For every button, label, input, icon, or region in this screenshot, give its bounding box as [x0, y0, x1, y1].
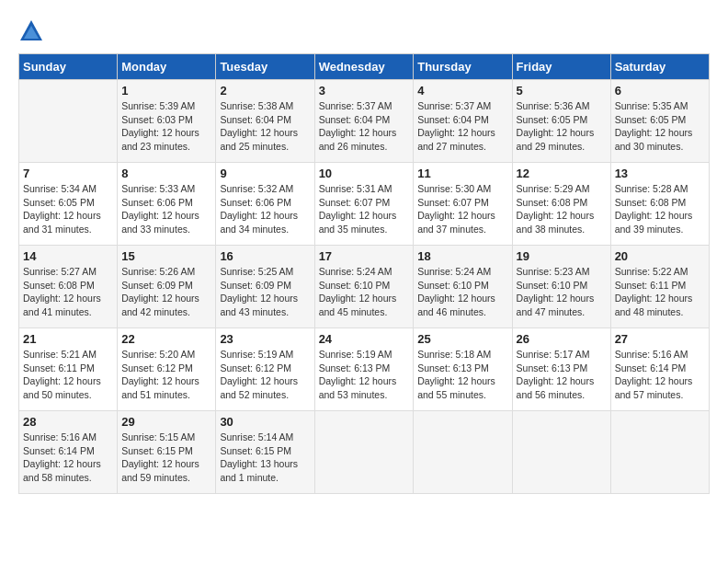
logo-icon [18, 18, 44, 44]
calendar-cell: 6Sunrise: 5:35 AMSunset: 6:05 PMDaylight… [610, 80, 709, 163]
day-number: 25 [417, 332, 507, 346]
calendar-cell: 26Sunrise: 5:17 AMSunset: 6:13 PMDayligh… [512, 328, 610, 411]
day-detail: Sunrise: 5:32 AMSunset: 6:06 PMDaylight:… [220, 182, 310, 236]
day-detail: Sunrise: 5:30 AMSunset: 6:07 PMDaylight:… [417, 182, 507, 236]
calendar-cell [610, 411, 709, 494]
day-number: 3 [319, 84, 410, 98]
calendar-cell: 5Sunrise: 5:36 AMSunset: 6:05 PMDaylight… [512, 80, 610, 163]
logo [18, 18, 48, 44]
day-number: 15 [121, 249, 211, 263]
day-detail: Sunrise: 5:29 AMSunset: 6:08 PMDaylight:… [517, 182, 607, 236]
calendar-cell: 10Sunrise: 5:31 AMSunset: 6:07 PMDayligh… [314, 163, 414, 246]
day-number: 6 [615, 84, 705, 98]
calendar-cell: 22Sunrise: 5:20 AMSunset: 6:12 PMDayligh… [118, 328, 216, 411]
day-detail: Sunrise: 5:24 AMSunset: 6:10 PMDaylight:… [319, 265, 410, 319]
day-detail: Sunrise: 5:23 AMSunset: 6:10 PMDaylight:… [517, 265, 607, 319]
day-detail: Sunrise: 5:22 AMSunset: 6:11 PMDaylight:… [615, 265, 705, 319]
day-detail: Sunrise: 5:31 AMSunset: 6:07 PMDaylight:… [319, 182, 410, 236]
day-number: 18 [417, 249, 507, 263]
calendar-table: SundayMondayTuesdayWednesdayThursdayFrid… [18, 53, 710, 494]
calendar-cell: 21Sunrise: 5:21 AMSunset: 6:11 PMDayligh… [19, 328, 118, 411]
day-number: 12 [517, 167, 607, 180]
day-detail: Sunrise: 5:33 AMSunset: 6:06 PMDaylight:… [121, 182, 211, 236]
calendar-week-row: 28Sunrise: 5:16 AMSunset: 6:14 PMDayligh… [19, 411, 710, 494]
day-number: 17 [319, 249, 410, 263]
calendar-cell: 8Sunrise: 5:33 AMSunset: 6:06 PMDaylight… [118, 163, 216, 246]
calendar-cell: 3Sunrise: 5:37 AMSunset: 6:04 PMDaylight… [314, 80, 414, 163]
calendar-cell: 29Sunrise: 5:15 AMSunset: 6:15 PMDayligh… [118, 411, 216, 494]
calendar-cell: 23Sunrise: 5:19 AMSunset: 6:12 PMDayligh… [216, 328, 314, 411]
calendar-cell [414, 411, 512, 494]
calendar-cell: 20Sunrise: 5:22 AMSunset: 6:11 PMDayligh… [610, 246, 709, 328]
calendar-cell: 4Sunrise: 5:37 AMSunset: 6:04 PMDaylight… [414, 80, 512, 163]
calendar-cell: 14Sunrise: 5:27 AMSunset: 6:08 PMDayligh… [19, 246, 118, 328]
page-header [18, 18, 710, 44]
day-number: 2 [220, 84, 310, 98]
column-header-monday: Monday [118, 54, 216, 80]
calendar-cell: 7Sunrise: 5:34 AMSunset: 6:05 PMDaylight… [19, 163, 118, 246]
day-detail: Sunrise: 5:39 AMSunset: 6:03 PMDaylight:… [121, 99, 211, 154]
column-header-friday: Friday [512, 54, 610, 80]
day-number: 30 [220, 415, 310, 429]
column-header-wednesday: Wednesday [314, 54, 414, 80]
day-number: 13 [615, 167, 705, 180]
day-detail: Sunrise: 5:36 AMSunset: 6:05 PMDaylight:… [517, 99, 607, 154]
day-number: 1 [121, 84, 211, 98]
day-number: 9 [220, 167, 310, 180]
day-number: 23 [220, 332, 310, 346]
calendar-cell: 1Sunrise: 5:39 AMSunset: 6:03 PMDaylight… [118, 80, 216, 163]
day-detail: Sunrise: 5:25 AMSunset: 6:09 PMDaylight:… [220, 265, 310, 319]
calendar-week-row: 14Sunrise: 5:27 AMSunset: 6:08 PMDayligh… [19, 246, 710, 328]
calendar-cell: 11Sunrise: 5:30 AMSunset: 6:07 PMDayligh… [414, 163, 512, 246]
calendar-cell: 18Sunrise: 5:24 AMSunset: 6:10 PMDayligh… [414, 246, 512, 328]
day-number: 7 [23, 167, 113, 180]
day-detail: Sunrise: 5:18 AMSunset: 6:13 PMDaylight:… [417, 348, 507, 402]
day-number: 26 [517, 332, 607, 346]
calendar-cell [314, 411, 414, 494]
calendar-cell: 12Sunrise: 5:29 AMSunset: 6:08 PMDayligh… [512, 163, 610, 246]
day-number: 29 [121, 415, 211, 429]
day-detail: Sunrise: 5:17 AMSunset: 6:13 PMDaylight:… [517, 348, 607, 402]
day-detail: Sunrise: 5:16 AMSunset: 6:14 PMDaylight:… [615, 348, 705, 402]
day-detail: Sunrise: 5:14 AMSunset: 6:15 PMDaylight:… [220, 431, 310, 485]
day-detail: Sunrise: 5:21 AMSunset: 6:11 PMDaylight:… [23, 348, 113, 402]
column-header-saturday: Saturday [610, 54, 709, 80]
day-number: 8 [121, 167, 211, 180]
day-number: 28 [23, 415, 113, 429]
calendar-cell: 9Sunrise: 5:32 AMSunset: 6:06 PMDaylight… [216, 163, 314, 246]
day-detail: Sunrise: 5:35 AMSunset: 6:05 PMDaylight:… [615, 99, 705, 154]
calendar-cell: 19Sunrise: 5:23 AMSunset: 6:10 PMDayligh… [512, 246, 610, 328]
day-detail: Sunrise: 5:15 AMSunset: 6:15 PMDaylight:… [121, 431, 211, 485]
day-detail: Sunrise: 5:28 AMSunset: 6:08 PMDaylight:… [615, 182, 705, 236]
calendar-cell: 27Sunrise: 5:16 AMSunset: 6:14 PMDayligh… [610, 328, 709, 411]
day-detail: Sunrise: 5:34 AMSunset: 6:05 PMDaylight:… [23, 182, 113, 236]
calendar-week-row: 7Sunrise: 5:34 AMSunset: 6:05 PMDaylight… [19, 163, 710, 246]
day-number: 27 [615, 332, 705, 346]
day-number: 22 [121, 332, 211, 346]
day-number: 24 [319, 332, 410, 346]
day-number: 19 [517, 249, 607, 263]
day-detail: Sunrise: 5:38 AMSunset: 6:04 PMDaylight:… [220, 99, 310, 154]
calendar-week-row: 1Sunrise: 5:39 AMSunset: 6:03 PMDaylight… [19, 80, 710, 163]
calendar-cell: 13Sunrise: 5:28 AMSunset: 6:08 PMDayligh… [610, 163, 709, 246]
calendar-cell: 30Sunrise: 5:14 AMSunset: 6:15 PMDayligh… [216, 411, 314, 494]
day-number: 4 [417, 84, 507, 98]
day-detail: Sunrise: 5:37 AMSunset: 6:04 PMDaylight:… [417, 99, 507, 154]
day-detail: Sunrise: 5:24 AMSunset: 6:10 PMDaylight:… [417, 265, 507, 319]
day-number: 20 [615, 249, 705, 263]
calendar-cell: 25Sunrise: 5:18 AMSunset: 6:13 PMDayligh… [414, 328, 512, 411]
day-detail: Sunrise: 5:37 AMSunset: 6:04 PMDaylight:… [319, 99, 410, 154]
calendar-cell: 24Sunrise: 5:19 AMSunset: 6:13 PMDayligh… [314, 328, 414, 411]
calendar-cell: 28Sunrise: 5:16 AMSunset: 6:14 PMDayligh… [19, 411, 118, 494]
calendar-cell [512, 411, 610, 494]
column-header-tuesday: Tuesday [216, 54, 314, 80]
day-number: 10 [319, 167, 410, 180]
calendar-cell: 2Sunrise: 5:38 AMSunset: 6:04 PMDaylight… [216, 80, 314, 163]
day-number: 11 [417, 167, 507, 180]
column-header-sunday: Sunday [19, 54, 118, 80]
day-detail: Sunrise: 5:16 AMSunset: 6:14 PMDaylight:… [23, 431, 113, 485]
calendar-cell [19, 80, 118, 163]
day-number: 16 [220, 249, 310, 263]
day-number: 14 [23, 249, 113, 263]
day-detail: Sunrise: 5:27 AMSunset: 6:08 PMDaylight:… [23, 265, 113, 319]
